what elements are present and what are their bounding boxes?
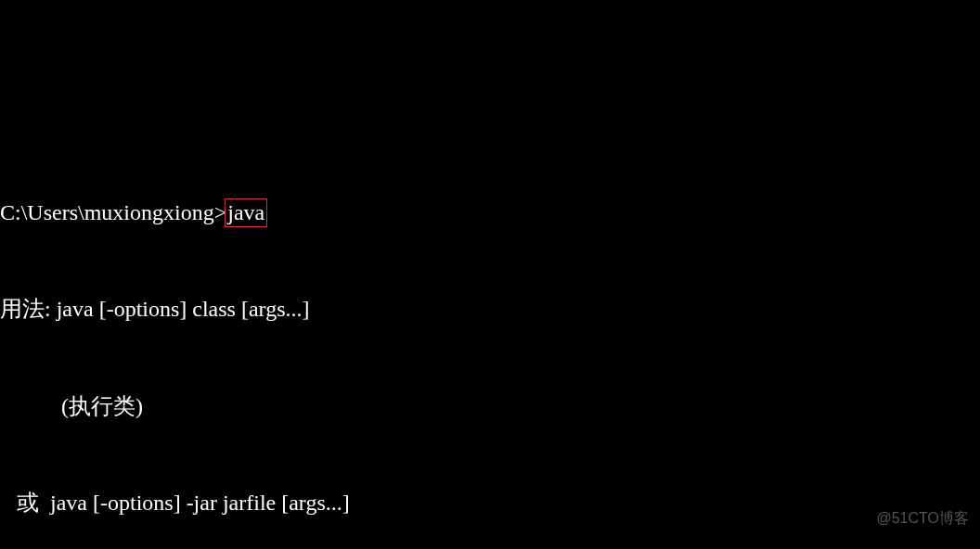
prompt-path: C:\Users\muxiongxiong> bbox=[0, 200, 226, 224]
command-highlight: java bbox=[225, 198, 267, 227]
output-line: 或 java [-options] -jar jarfile [args...] bbox=[0, 487, 980, 519]
output-line: 用法: java [-options] class [args...] bbox=[0, 293, 980, 326]
terminal-window: C:\Users\muxiongxiong>java 用法: java [-op… bbox=[0, 132, 980, 549]
watermark-text: @51CTO博客 bbox=[876, 507, 969, 529]
output-line: (执行类) bbox=[0, 390, 980, 423]
command-text: java bbox=[227, 200, 264, 224]
prompt-line[interactable]: C:\Users\muxiongxiong>java bbox=[0, 197, 980, 229]
